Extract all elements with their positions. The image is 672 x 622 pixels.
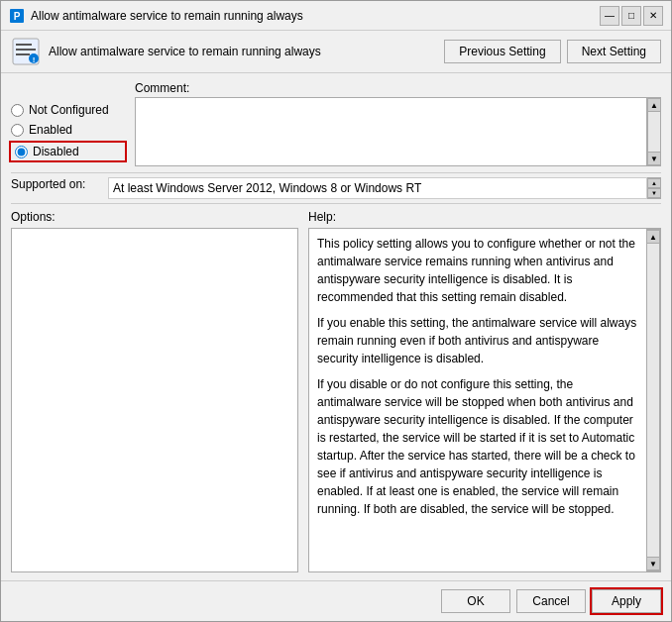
radio-not-configured-label: Not Configured bbox=[29, 103, 109, 117]
options-section: Options: bbox=[11, 210, 298, 572]
help-text: This policy setting allows you to config… bbox=[309, 229, 646, 571]
help-scroll-up[interactable]: ▲ bbox=[646, 230, 660, 244]
comment-scrollbar[interactable]: ▲ ▼ bbox=[647, 97, 661, 166]
radio-not-configured-input[interactable] bbox=[11, 104, 24, 117]
options-box bbox=[11, 228, 298, 572]
supported-scroll-down[interactable]: ▼ bbox=[647, 188, 661, 198]
supported-on-row: Supported on: At least Windows Server 20… bbox=[11, 172, 661, 204]
help-scroll-down[interactable]: ▼ bbox=[646, 557, 660, 570]
help-section: Help: This policy setting allows you to … bbox=[308, 210, 661, 572]
comment-textarea[interactable] bbox=[135, 97, 647, 166]
title-bar: P Allow antimalware service to remain ru… bbox=[1, 1, 671, 31]
help-para-1: This policy setting allows you to config… bbox=[317, 235, 638, 306]
radio-enabled-label: Enabled bbox=[29, 123, 72, 137]
help-para-3: If you disable or do not configure this … bbox=[317, 375, 638, 518]
header-left: ! Allow antimalware service to remain ru… bbox=[11, 37, 321, 66]
title-bar-controls: — □ ✕ bbox=[600, 6, 663, 26]
supported-on-label: Supported on: bbox=[11, 177, 100, 191]
next-setting-button[interactable]: Next Setting bbox=[567, 40, 661, 63]
radio-disabled-label: Disabled bbox=[33, 145, 79, 158]
cancel-button[interactable]: Cancel bbox=[516, 589, 586, 613]
supported-on-content: At least Windows Server 2012, Windows 8 … bbox=[108, 177, 661, 199]
svg-rect-3 bbox=[16, 44, 32, 46]
svg-rect-4 bbox=[16, 49, 36, 51]
radio-enabled[interactable]: Enabled bbox=[11, 123, 125, 137]
comment-scroll-up[interactable]: ▲ bbox=[647, 98, 661, 112]
help-scroll-track bbox=[647, 244, 659, 557]
options-label: Options: bbox=[11, 210, 298, 224]
minimize-button[interactable]: — bbox=[600, 6, 619, 26]
help-scrollbar[interactable]: ▲ ▼ bbox=[646, 229, 660, 571]
apply-button[interactable]: Apply bbox=[592, 589, 661, 613]
comment-scroll-track bbox=[648, 112, 660, 152]
dialog-title-icon: P bbox=[9, 8, 25, 24]
radio-enabled-input[interactable] bbox=[11, 124, 24, 137]
header-bar: ! Allow antimalware service to remain ru… bbox=[1, 31, 671, 73]
svg-text:P: P bbox=[14, 11, 21, 22]
svg-rect-5 bbox=[16, 53, 30, 55]
content-area: Not Configured Enabled Disabled Comment: bbox=[1, 73, 671, 580]
svg-text:!: ! bbox=[33, 55, 36, 64]
header-buttons: Previous Setting Next Setting bbox=[444, 40, 661, 63]
comment-section: Comment: ▲ ▼ bbox=[135, 81, 661, 166]
radio-not-configured[interactable]: Not Configured bbox=[11, 103, 125, 117]
help-para-2: If you enable this setting, the antimalw… bbox=[317, 314, 638, 367]
radio-group: Not Configured Enabled Disabled bbox=[11, 81, 125, 166]
help-label: Help: bbox=[308, 210, 661, 224]
dialog-title: Allow antimalware service to remain runn… bbox=[31, 9, 303, 23]
radio-disabled[interactable]: Disabled bbox=[11, 143, 125, 160]
maximize-button[interactable]: □ bbox=[621, 6, 641, 26]
top-section: Not Configured Enabled Disabled Comment: bbox=[11, 81, 661, 166]
dialog-window: P Allow antimalware service to remain ru… bbox=[0, 0, 672, 622]
bottom-section: Options: Help: This policy setting allow… bbox=[11, 210, 661, 572]
close-button[interactable]: ✕ bbox=[643, 6, 663, 26]
ok-button[interactable]: OK bbox=[441, 589, 510, 613]
supported-on-value: At least Windows Server 2012, Windows 8 … bbox=[108, 177, 647, 199]
footer: OK Cancel Apply bbox=[1, 580, 671, 621]
comment-label: Comment: bbox=[135, 81, 661, 95]
title-bar-left: P Allow antimalware service to remain ru… bbox=[9, 8, 303, 24]
comment-scroll-down[interactable]: ▼ bbox=[647, 152, 661, 165]
supported-scrollbar[interactable]: ▲ ▼ bbox=[647, 177, 661, 199]
header-title: Allow antimalware service to remain runn… bbox=[49, 45, 321, 58]
supported-scroll-up[interactable]: ▲ bbox=[647, 178, 661, 188]
help-box-wrapper: This policy setting allows you to config… bbox=[308, 228, 661, 572]
header-policy-icon: ! bbox=[11, 37, 41, 66]
radio-disabled-input[interactable] bbox=[15, 146, 28, 158]
comment-box-wrapper: ▲ ▼ bbox=[135, 97, 661, 166]
previous-setting-button[interactable]: Previous Setting bbox=[444, 40, 560, 63]
